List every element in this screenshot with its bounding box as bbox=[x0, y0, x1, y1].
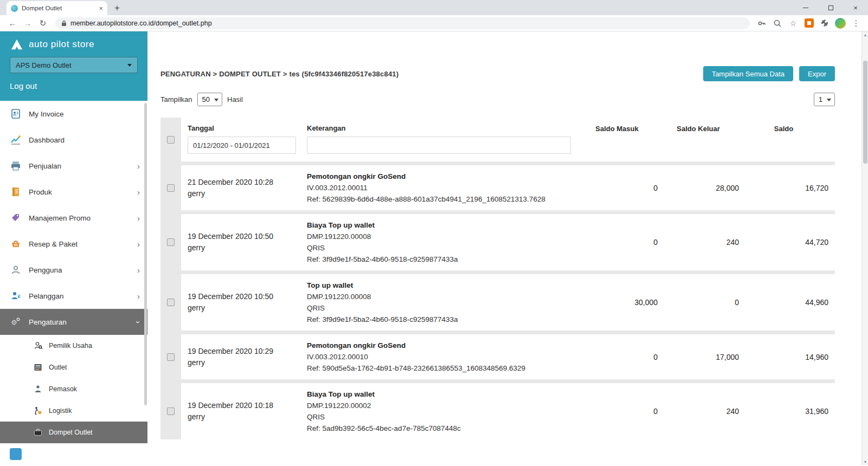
sidebar-nav: My Invoice Dashboard Penjualan › Produk bbox=[0, 101, 147, 460]
sidebar-item-manajemen-promo[interactable]: Manajemen Promo › bbox=[0, 205, 147, 231]
sidebar-item-my-invoice[interactable]: My Invoice bbox=[0, 101, 147, 127]
page-number-value: 1 bbox=[819, 95, 822, 103]
table-row: 19 December 2020 10:18 gerry Biaya Top u… bbox=[160, 383, 835, 439]
sidebar-subitem-label: Pemasok bbox=[49, 385, 77, 393]
sidebar-item-pelanggan[interactable]: Pelanggan › bbox=[0, 283, 147, 309]
browser-tab[interactable]: Dompet Outlet × bbox=[7, 1, 107, 15]
row-description-title: Pemotongan ongkir GoSend bbox=[307, 171, 576, 182]
maximize-button[interactable] bbox=[818, 0, 843, 15]
sidebar-item-dashboard[interactable]: Dashboard bbox=[0, 127, 147, 153]
row-saldo-masuk: 0 bbox=[576, 184, 658, 192]
table-row: 19 December 2020 10:50 gerry Biaya Top u… bbox=[160, 214, 835, 270]
sidebar-subitem-pemilik-usaha[interactable]: Pemilik Usaha bbox=[0, 335, 147, 357]
sidebar-item-label: Pengguna bbox=[29, 266, 62, 274]
bookmark-star-icon[interactable]: ☆ bbox=[787, 17, 800, 30]
row-saldo: 44,960 bbox=[739, 298, 828, 307]
table-row: 19 December 2020 10:50 gerry Top up wall… bbox=[160, 274, 835, 331]
tab-close-icon[interactable]: × bbox=[99, 5, 103, 12]
browser-menu-icon[interactable]: ⋮ bbox=[850, 17, 863, 30]
scrollbar-thumb[interactable] bbox=[863, 61, 867, 164]
sidebar-item-pengaturan[interactable]: Pengaturan › bbox=[0, 309, 147, 335]
row-saldo-masuk: 30,000 bbox=[576, 298, 658, 307]
refresh-button[interactable]: ↻ bbox=[36, 16, 50, 30]
page-number-select[interactable]: 1 bbox=[814, 93, 835, 106]
outlet-selector[interactable]: APS Demo Outlet bbox=[10, 57, 138, 73]
table-header-row: Tanggal Keterangan Saldo Masuk Saldo Kel… bbox=[160, 118, 835, 161]
minimize-button[interactable] bbox=[793, 0, 818, 15]
back-button[interactable]: ← bbox=[5, 16, 20, 30]
sidebar-item-label: Dashboard bbox=[29, 136, 65, 144]
row-saldo-keluar: 240 bbox=[658, 238, 739, 247]
close-button[interactable]: × bbox=[843, 0, 868, 15]
results-label: Hasil bbox=[227, 95, 243, 103]
promo-tag-icon bbox=[10, 212, 22, 224]
sidebar-item-label: Resep & Paket bbox=[29, 240, 78, 248]
sidebar-scrollbar[interactable] bbox=[144, 103, 147, 405]
row-checkbox[interactable] bbox=[167, 353, 175, 361]
dashboard-icon bbox=[10, 134, 22, 146]
wallet-icon bbox=[33, 428, 43, 438]
sidebar-item-resep-paket[interactable]: Resep & Paket › bbox=[0, 231, 147, 257]
chevron-down-icon bbox=[127, 64, 132, 67]
row-saldo: 14,960 bbox=[739, 353, 828, 361]
sidebar-subitem-label: Outlet bbox=[49, 364, 67, 371]
row-description-line: QRIS bbox=[307, 242, 576, 254]
scrollbar-up-arrow[interactable]: ▲ bbox=[862, 33, 868, 37]
show-label: Tampilkan bbox=[160, 95, 192, 103]
zoom-icon[interactable] bbox=[771, 17, 784, 30]
page-scrollbar[interactable]: ▲ ▼ bbox=[861, 31, 868, 465]
row-saldo: 44,720 bbox=[739, 238, 828, 247]
row-description-line: Ref: 590d5e5a-1762-4b91-b748-23266138655… bbox=[307, 363, 576, 374]
profile-avatar[interactable] bbox=[834, 17, 847, 30]
column-header-saldo-keluar: Saldo Keluar bbox=[658, 124, 739, 133]
sidebar-item-pengguna[interactable]: Pengguna › bbox=[0, 257, 147, 283]
new-tab-button[interactable]: + bbox=[111, 2, 124, 15]
row-saldo-masuk: 0 bbox=[576, 353, 658, 361]
transactions-table: Tanggal Keterangan Saldo Masuk Saldo Kel… bbox=[160, 118, 835, 439]
sidebar-subitem-label: Dompet Outlet bbox=[49, 429, 93, 436]
row-checkbox[interactable] bbox=[167, 299, 175, 306]
row-saldo-masuk: 0 bbox=[576, 407, 658, 416]
password-key-icon[interactable] bbox=[755, 17, 768, 30]
date-range-filter-input[interactable] bbox=[188, 137, 296, 154]
sidebar-item-label: Penjualan bbox=[29, 162, 61, 170]
page-size-select[interactable]: 50 bbox=[197, 93, 222, 106]
row-checkbox[interactable] bbox=[167, 184, 175, 192]
product-icon bbox=[10, 186, 22, 198]
site-lock-icon bbox=[61, 20, 67, 27]
scrollbar-down-arrow[interactable]: ▼ bbox=[862, 460, 868, 464]
url-bar[interactable]: member.autopilotstore.co.id/dompet_outle… bbox=[55, 17, 750, 29]
sidebar-item-produk[interactable]: Produk › bbox=[0, 179, 147, 205]
user-icon bbox=[10, 264, 22, 276]
row-checkbox[interactable] bbox=[167, 407, 175, 415]
logout-link[interactable]: Log out bbox=[10, 81, 37, 90]
forward-button[interactable]: → bbox=[21, 16, 35, 30]
password-extension-icon[interactable] bbox=[802, 17, 815, 30]
sidebar-item-partial-icon[interactable] bbox=[10, 448, 22, 460]
row-user: gerry bbox=[188, 302, 307, 314]
select-all-checkbox[interactable] bbox=[167, 136, 175, 144]
sidebar-item-label: Pengaturan bbox=[29, 318, 67, 326]
row-checkbox[interactable] bbox=[167, 238, 175, 246]
sidebar-subitem-dompet-outlet[interactable]: Dompet Outlet bbox=[0, 422, 147, 443]
sidebar-item-penjualan[interactable]: Penjualan › bbox=[0, 153, 147, 179]
row-description-title: Pemotongan ongkir GoSend bbox=[307, 340, 576, 351]
outlet-selector-value: APS Demo Outlet bbox=[16, 61, 72, 69]
row-date: 19 December 2020 10:18 bbox=[188, 400, 307, 411]
export-button[interactable]: Expor bbox=[799, 66, 835, 81]
row-description-line: Ref: 5ad9b392-56c5-4bec-ad7e-785c7087448… bbox=[307, 423, 576, 434]
row-saldo: 16,720 bbox=[739, 184, 828, 192]
column-header-keterangan: Keterangan bbox=[307, 124, 576, 132]
extensions-puzzle-icon[interactable] bbox=[818, 17, 831, 30]
row-user: gerry bbox=[188, 411, 307, 423]
keterangan-filter-input[interactable] bbox=[307, 137, 571, 154]
sidebar: auto pilot store APS Demo Outlet Log out… bbox=[0, 31, 147, 465]
row-saldo-masuk: 0 bbox=[576, 238, 658, 247]
sidebar-subitem-logistik[interactable]: Logistik bbox=[0, 400, 147, 422]
breadcrumb: PENGATURAN > DOMPET OUTLET > tes (5fc9f4… bbox=[160, 70, 697, 78]
sidebar-subitem-outlet[interactable]: Outlet bbox=[0, 357, 147, 378]
sidebar-subitem-pemasok[interactable]: Pemasok bbox=[0, 378, 147, 400]
sidebar-item-label: Manajemen Promo bbox=[29, 214, 91, 222]
row-description-line: Ref: 3f9d9e1f-5ba2-4b60-9518-c9259877433… bbox=[307, 314, 576, 325]
show-all-data-button[interactable]: Tampilkan Semua Data bbox=[703, 66, 793, 81]
